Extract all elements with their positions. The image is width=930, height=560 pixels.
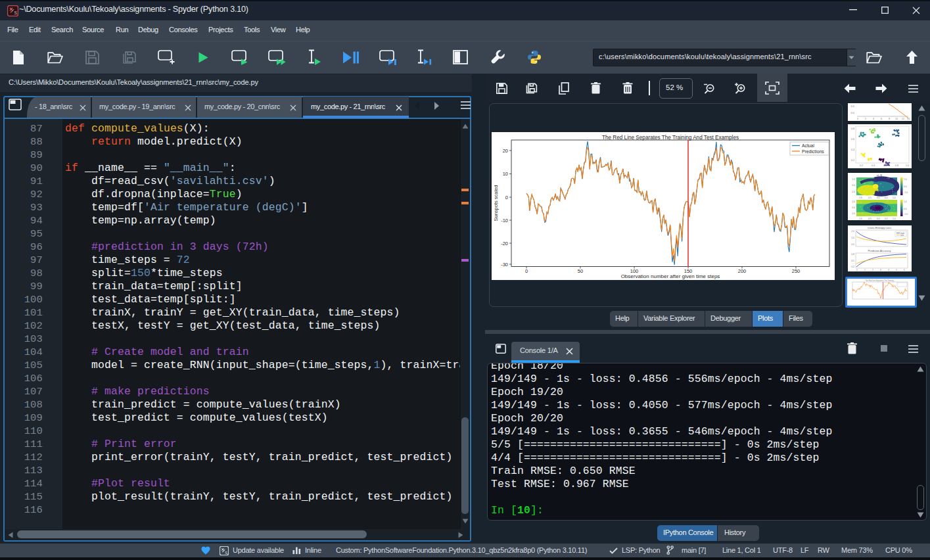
svg-text:-1.0: -1.0 — [851, 212, 855, 215]
svg-text:0.5: 0.5 — [885, 197, 888, 199]
svg-text:-0.5: -0.5 — [868, 218, 872, 220]
svg-text:1.5: 1.5 — [851, 237, 854, 239]
svg-text:-1.0: -1.0 — [858, 218, 862, 220]
svg-text:Sunspots scaled: Sunspots scaled — [493, 185, 499, 221]
svg-text:-1.0: -1.0 — [851, 191, 855, 193]
svg-text:1.0: 1.0 — [852, 178, 855, 181]
svg-text:4: 4 — [888, 269, 889, 271]
svg-text:test: test — [900, 234, 904, 237]
svg-text:The Red Line Separates The Tra: The Red Line Separates The Training... — [865, 279, 895, 282]
svg-text:0.4: 0.4 — [851, 149, 854, 151]
svg-text:0.8: 0.8 — [895, 164, 898, 167]
svg-text:0.0: 0.0 — [877, 197, 880, 199]
svg-text:-30: -30 — [501, 262, 508, 268]
svg-text:0.2: 0.2 — [860, 164, 863, 167]
svg-text:1.0: 1.0 — [852, 200, 855, 203]
svg-text:0: 0 — [525, 268, 528, 274]
svg-text:14: 14 — [907, 118, 910, 120]
svg-text:0: 0 — [856, 269, 858, 271]
svg-text:-1.0: -1.0 — [904, 213, 908, 216]
svg-text:4: 4 — [873, 118, 874, 120]
svg-text:0.0: 0.0 — [877, 218, 880, 220]
svg-text:1.0: 1.0 — [893, 197, 896, 199]
svg-text:0.5: 0.5 — [885, 218, 888, 220]
svg-text:The Red Line Separates The Tra: The Red Line Separates The Training And … — [602, 135, 739, 141]
svg-text:50: 50 — [578, 268, 583, 274]
svg-text:2.5: 2.5 — [851, 230, 854, 233]
svg-text:1.0: 1.0 — [904, 200, 907, 203]
svg-text:0.0: 0.0 — [904, 208, 907, 210]
svg-text:0: 0 — [857, 118, 858, 120]
svg-text:2: 2 — [865, 118, 866, 120]
svg-text:0.0: 0.0 — [904, 185, 907, 188]
svg-text:0.2: 0.2 — [851, 159, 854, 162]
svg-text:250: 250 — [792, 268, 801, 274]
svg-text:sL-N: sL-N — [877, 174, 883, 177]
svg-text:-10: -10 — [501, 218, 508, 223]
svg-text:0: 0 — [505, 195, 508, 200]
svg-text:20: 20 — [503, 148, 508, 154]
svg-text:0.6: 0.6 — [883, 164, 887, 167]
svg-text:0.2: 0.2 — [851, 266, 854, 268]
svg-text:1.0: 1.0 — [904, 178, 907, 181]
svg-text:Predictions: Predictions — [802, 149, 824, 154]
svg-text:-20: -20 — [501, 241, 508, 246]
svg-text:0.0: 0.0 — [850, 111, 854, 114]
svg-text:s: s — [225, 549, 227, 555]
svg-text:1.0: 1.0 — [893, 218, 896, 220]
svg-text:Prediction Accuracy: Prediction Accuracy — [868, 249, 891, 252]
svg-text:Actual: Actual — [802, 143, 814, 148]
svg-text:10: 10 — [503, 171, 508, 177]
svg-text:12: 12 — [902, 118, 904, 120]
svg-text:10: 10 — [895, 118, 898, 120]
svg-text:0.5: 0.5 — [851, 260, 854, 262]
svg-text:200: 200 — [738, 268, 747, 274]
svg-text:Observation number after given: Observation number after given time step… — [621, 273, 720, 279]
svg-text:0.8: 0.8 — [851, 253, 854, 256]
svg-text:1: 1 — [864, 269, 866, 271]
svg-text:0.0: 0.0 — [852, 206, 855, 209]
svg-text:2: 2 — [872, 269, 873, 271]
svg-text:8: 8 — [889, 118, 890, 120]
svg-text:0.5: 0.5 — [851, 243, 854, 246]
svg-text:s: s — [14, 9, 18, 16]
svg-text:6: 6 — [904, 269, 905, 271]
svg-text:5: 5 — [896, 269, 897, 271]
svg-text:0.6: 0.6 — [851, 138, 854, 141]
svg-text:0.5: 0.5 — [850, 105, 854, 108]
svg-text:-1.0: -1.0 — [858, 197, 862, 199]
svg-text:0.4: 0.4 — [872, 164, 875, 167]
svg-text:6: 6 — [881, 118, 882, 120]
svg-text:3: 3 — [880, 269, 881, 271]
svg-text:-1.0: -1.0 — [904, 191, 908, 194]
svg-text:0.8: 0.8 — [851, 128, 854, 130]
svg-text:-0.5: -0.5 — [868, 197, 872, 199]
svg-text:Cross Entropy Loss: Cross Entropy Loss — [868, 226, 892, 229]
svg-text:0.0: 0.0 — [852, 184, 855, 187]
svg-text:1.0: 1.0 — [906, 164, 909, 167]
